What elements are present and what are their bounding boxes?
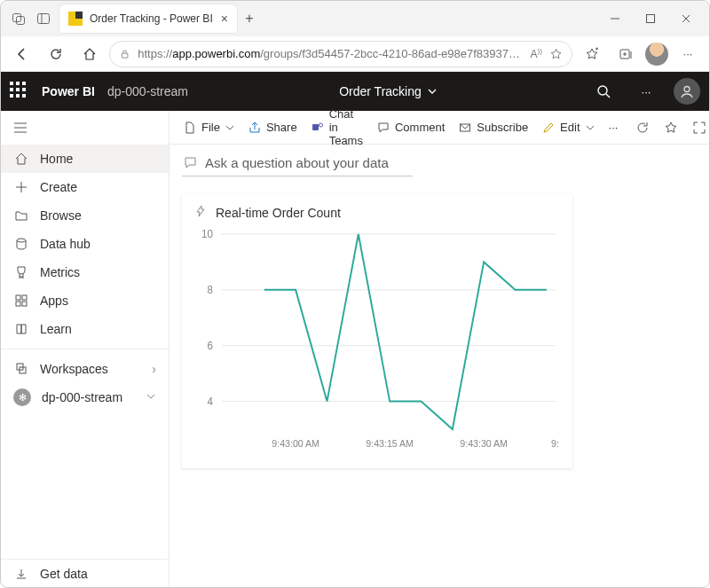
sidebar-item-datahub[interactable]: Data hub bbox=[1, 230, 169, 258]
close-icon[interactable]: × bbox=[221, 12, 228, 26]
comment-button[interactable]: Comment bbox=[372, 114, 450, 141]
favorite-star-icon[interactable] bbox=[549, 47, 563, 61]
toolbar-label: Subscribe bbox=[477, 121, 528, 134]
refresh-button[interactable] bbox=[42, 40, 70, 68]
app-launcher-icon[interactable] bbox=[10, 82, 29, 101]
svg-text:9:43:15 AM: 9:43:15 AM bbox=[366, 438, 414, 449]
hamburger-icon[interactable] bbox=[1, 111, 169, 145]
edit-button[interactable]: Edit bbox=[537, 114, 599, 141]
chevron-right-icon: › bbox=[152, 362, 156, 376]
svg-text:4: 4 bbox=[208, 395, 214, 406]
sidebar-item-current-workspace[interactable]: ✻ dp-000-stream bbox=[1, 383, 169, 412]
svg-text:9:43:30 AM: 9:43:30 AM bbox=[460, 438, 508, 449]
share-button[interactable]: Share bbox=[243, 114, 303, 141]
sidebar-item-apps[interactable]: Apps bbox=[1, 286, 169, 315]
sidebar-item-learn[interactable]: Learn bbox=[1, 315, 169, 343]
apps-icon bbox=[13, 293, 29, 309]
maximize-button[interactable] bbox=[633, 4, 668, 33]
powerbi-favicon bbox=[68, 12, 83, 26]
ask-placeholder: Ask a question about your data bbox=[205, 155, 389, 170]
sidebar-item-browse[interactable]: Browse bbox=[1, 201, 169, 230]
sidebar-toggle-icon[interactable] bbox=[31, 6, 56, 31]
dashboard-dropdown[interactable]: Order Tracking bbox=[201, 84, 576, 98]
close-window-button[interactable] bbox=[668, 4, 704, 33]
product-name: Power BI bbox=[42, 84, 95, 98]
favorite-icon[interactable] bbox=[659, 114, 683, 141]
back-button[interactable] bbox=[8, 40, 36, 68]
browser-address-bar: https://app.powerbi.com/groups/f3d54457-… bbox=[1, 36, 709, 72]
search-icon[interactable] bbox=[588, 76, 619, 106]
chevron-down-icon bbox=[146, 390, 156, 404]
toolbar-label: Share bbox=[266, 121, 297, 134]
collections-icon[interactable] bbox=[611, 40, 640, 68]
sidebar-item-get-data[interactable]: Get data bbox=[1, 559, 169, 587]
favorites-icon[interactable] bbox=[578, 40, 606, 68]
svg-text:10: 10 bbox=[201, 228, 213, 239]
fullscreen-icon[interactable] bbox=[687, 114, 710, 141]
getdata-icon bbox=[13, 566, 29, 582]
folder-icon bbox=[13, 208, 29, 223]
url-input[interactable]: https://app.powerbi.com/groups/f3d54457-… bbox=[109, 41, 572, 67]
sidebar-item-label: Data hub bbox=[40, 237, 91, 251]
sidebar-item-label: Workspaces bbox=[40, 362, 108, 376]
share-icon bbox=[248, 122, 261, 134]
chat-icon bbox=[184, 156, 198, 170]
account-icon[interactable] bbox=[674, 78, 700, 105]
ask-question-input[interactable]: Ask a question about your data bbox=[182, 152, 413, 176]
tab-title: Order Tracking - Power BI bbox=[90, 12, 214, 25]
svg-point-23 bbox=[17, 239, 26, 242]
toolbar-more[interactable]: ··· bbox=[604, 114, 624, 141]
svg-rect-27 bbox=[22, 302, 27, 306]
teams-icon bbox=[312, 122, 324, 134]
mail-icon bbox=[459, 122, 471, 134]
refresh-tile-icon[interactable] bbox=[630, 114, 655, 141]
svg-rect-5 bbox=[647, 15, 655, 23]
sidebar-item-metrics[interactable]: Metrics bbox=[1, 258, 169, 286]
sidebar-item-home[interactable]: Home bbox=[1, 145, 169, 173]
home-icon bbox=[13, 151, 29, 167]
svg-text:8: 8 bbox=[208, 284, 214, 295]
toolbar-label: Edit bbox=[560, 121, 580, 134]
dashboard-title: Order Tracking bbox=[339, 84, 422, 98]
svg-rect-30 bbox=[312, 124, 319, 130]
chat-teams-button[interactable]: Chat in Teams bbox=[306, 114, 368, 141]
svg-rect-8 bbox=[122, 53, 128, 58]
sidebar-item-label: Metrics bbox=[40, 265, 80, 279]
svg-rect-26 bbox=[16, 302, 20, 306]
reader-mode-icon[interactable]: A)) bbox=[531, 47, 542, 60]
workspace-name: dp-000-stream bbox=[107, 84, 188, 98]
sidebar-item-label: Create bbox=[40, 180, 77, 194]
svg-rect-2 bbox=[38, 14, 50, 24]
book-icon bbox=[13, 321, 29, 337]
chevron-down-icon bbox=[225, 123, 234, 132]
svg-text:9:: 9: bbox=[551, 438, 559, 449]
svg-point-31 bbox=[319, 123, 322, 127]
sidebar-item-workspaces[interactable]: Workspaces › bbox=[1, 355, 169, 383]
browser-tab[interactable]: Order Tracking - Power BI × bbox=[59, 4, 237, 33]
svg-line-16 bbox=[606, 94, 610, 98]
sidebar-item-label: Browse bbox=[40, 208, 82, 223]
tab-actions-icon[interactable] bbox=[6, 6, 31, 31]
trophy-icon bbox=[13, 264, 29, 280]
browser-titlebar: Order Tracking - Power BI × + bbox=[1, 1, 709, 36]
subscribe-button[interactable]: Subscribe bbox=[454, 114, 533, 141]
minimize-button[interactable] bbox=[597, 4, 633, 33]
new-tab-button[interactable]: + bbox=[237, 11, 262, 27]
sidebar-item-create[interactable]: Create bbox=[1, 173, 169, 201]
dashboard-tile[interactable]: Real-time Order Count 468109:43:00 AM9:4… bbox=[182, 194, 572, 468]
profile-avatar[interactable] bbox=[645, 43, 668, 66]
file-menu[interactable]: File bbox=[178, 114, 240, 141]
tile-title: Real-time Order Count bbox=[216, 206, 341, 220]
sidebar-item-label: Apps bbox=[40, 294, 68, 308]
svg-rect-24 bbox=[16, 295, 20, 300]
sidebar-item-label: Get data bbox=[40, 567, 88, 581]
sidebar: Home Create Browse Data hub Metrics Apps… bbox=[1, 111, 170, 587]
svg-text:6: 6 bbox=[208, 340, 214, 351]
action-toolbar: File Share Chat in Teams Comment Subscri… bbox=[170, 111, 709, 145]
home-button[interactable] bbox=[75, 40, 104, 68]
more-icon[interactable]: ··· bbox=[674, 40, 702, 68]
bolt-icon bbox=[194, 205, 207, 220]
more-header-icon[interactable]: ··· bbox=[631, 76, 661, 106]
url-text: https://app.powerbi.com/groups/f3d54457-… bbox=[138, 47, 523, 60]
sidebar-item-label: Home bbox=[40, 152, 73, 166]
